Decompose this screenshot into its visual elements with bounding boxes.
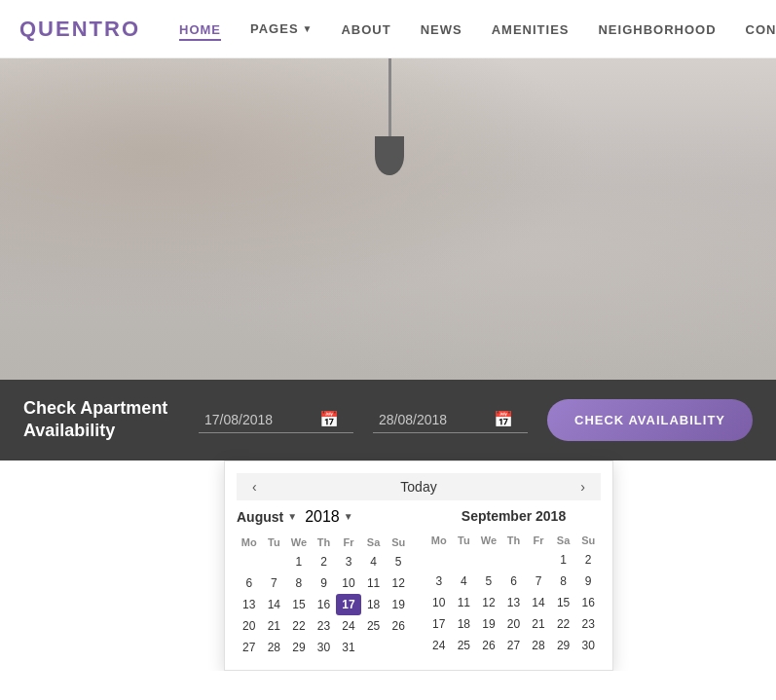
nav-item-home[interactable]: HOME bbox=[179, 20, 221, 38]
calendar-day-cell bbox=[426, 549, 452, 571]
calendar-day-cell[interactable]: 22 bbox=[551, 613, 576, 635]
start-date-field[interactable]: 17/08/2018 📅 bbox=[199, 406, 353, 433]
nav-item-neighborhood[interactable]: NEIGHBORHOOD bbox=[598, 20, 716, 38]
calendar-day-cell[interactable]: 8 bbox=[286, 572, 312, 594]
calendar-day-cell[interactable]: 29 bbox=[551, 635, 576, 656]
calendar-day-cell[interactable]: 3 bbox=[336, 551, 361, 572]
calendar-next-button[interactable]: › bbox=[573, 477, 593, 497]
calendar-day-cell[interactable]: 30 bbox=[312, 637, 337, 658]
calendar-day-cell[interactable]: 2 bbox=[575, 549, 601, 571]
calendar-day-cell[interactable]: 7 bbox=[526, 571, 551, 592]
calendar-day-cell[interactable]: 17 bbox=[426, 613, 452, 635]
calendar-day-cell[interactable]: 14 bbox=[526, 592, 551, 613]
calendar-today-label[interactable]: Today bbox=[400, 479, 436, 495]
calendar-day-cell[interactable]: 4 bbox=[361, 551, 387, 572]
calendar-day-cell[interactable]: 24 bbox=[336, 615, 361, 637]
august-calendar-body: 1234567891011121314151617181920212223242… bbox=[237, 551, 411, 658]
calendar-day-cell[interactable]: 7 bbox=[262, 572, 287, 594]
check-availability-button[interactable]: CHECK AVAILABILITY bbox=[547, 399, 753, 441]
calendar-day-cell[interactable]: 20 bbox=[237, 615, 262, 637]
calendar-day-cell[interactable]: 1 bbox=[286, 551, 312, 572]
calendar-day-cell[interactable]: 21 bbox=[526, 613, 551, 635]
calendar-day-cell[interactable]: 15 bbox=[286, 594, 312, 615]
calendar-day-cell[interactable]: 16 bbox=[575, 592, 601, 613]
calendar-day-cell[interactable]: 1 bbox=[551, 549, 576, 571]
calendar-day-cell[interactable]: 23 bbox=[312, 615, 337, 637]
calendar-day-cell[interactable]: 27 bbox=[501, 635, 527, 656]
end-date-input[interactable]: 28/08/2018 bbox=[379, 412, 486, 427]
calendar-day-cell[interactable]: 24 bbox=[426, 635, 452, 656]
september-month-year-label: September 2018 bbox=[462, 508, 566, 524]
calendar-day-cell[interactable]: 14 bbox=[262, 594, 287, 615]
september-calendar-grid: Mo Tu We Th Fr Sa Su 1234567891011121314… bbox=[426, 532, 601, 656]
availability-bar: Check ApartmentAvailability 17/08/2018 📅… bbox=[0, 380, 776, 461]
calendar-day-cell[interactable]: 9 bbox=[575, 571, 601, 592]
august-calendar-header: August ▼ 2018 ▼ bbox=[237, 508, 411, 526]
calendar-week-row: 20212223242526 bbox=[237, 615, 411, 637]
calendar-day-cell[interactable]: 13 bbox=[501, 592, 527, 613]
calendar-day-cell[interactable]: 6 bbox=[501, 571, 527, 592]
pendant-light-decor bbox=[388, 58, 391, 175]
calendar-day-cell[interactable]: 19 bbox=[386, 594, 411, 615]
end-date-calendar-icon[interactable]: 📅 bbox=[494, 410, 513, 428]
calendar-day-cell[interactable]: 10 bbox=[426, 592, 452, 613]
calendar-day-cell[interactable]: 26 bbox=[476, 635, 501, 656]
calendar-week-row: 12 bbox=[426, 549, 601, 571]
calendar-day-cell[interactable]: 10 bbox=[336, 572, 361, 594]
august-year-dropdown-icon[interactable]: ▼ bbox=[344, 511, 353, 522]
calendar-day-cell[interactable]: 25 bbox=[452, 635, 477, 656]
nav-item-about[interactable]: ABOUT bbox=[341, 20, 390, 38]
calendar-day-cell[interactable]: 23 bbox=[575, 613, 601, 635]
calendar-day-cell[interactable]: 8 bbox=[551, 571, 576, 592]
aug-col-fr: Fr bbox=[336, 534, 361, 551]
calendar-day-cell[interactable]: 21 bbox=[262, 615, 287, 637]
calendar-day-cell[interactable]: 4 bbox=[452, 571, 477, 592]
calendar-day-cell[interactable]: 18 bbox=[452, 613, 477, 635]
calendar-day-cell[interactable]: 16 bbox=[312, 594, 337, 615]
calendar-day-cell bbox=[501, 549, 527, 571]
calendar-day-cell[interactable]: 12 bbox=[476, 592, 501, 613]
calendar-day-cell[interactable]: 5 bbox=[476, 571, 501, 592]
calendar-day-cell[interactable]: 11 bbox=[452, 592, 477, 613]
navbar: QUENTRO HOME PAGES ▼ ABOUT NEWS AMENITIE… bbox=[0, 0, 776, 58]
calendar-day-cell[interactable]: 11 bbox=[361, 572, 387, 594]
calendar-day-cell[interactable]: 28 bbox=[262, 637, 287, 658]
calendar-prev-button[interactable]: ‹ bbox=[244, 477, 265, 497]
calendar-day-cell[interactable]: 15 bbox=[551, 592, 576, 613]
calendar-day-cell[interactable]: 30 bbox=[575, 635, 601, 656]
pages-dropdown-icon: ▼ bbox=[303, 23, 313, 34]
calendar-day-cell[interactable]: 3 bbox=[426, 571, 452, 592]
calendar-day-cell bbox=[526, 549, 551, 571]
august-days-header-row: Mo Tu We Th Fr Sa Su bbox=[237, 534, 411, 551]
calendar-day-cell[interactable]: 25 bbox=[361, 615, 387, 637]
calendar-day-cell[interactable]: 27 bbox=[237, 637, 262, 658]
calendar-day-cell[interactable]: 2 bbox=[312, 551, 337, 572]
start-date-input[interactable]: 17/08/2018 bbox=[204, 412, 312, 427]
brand-logo[interactable]: QUENTRO bbox=[19, 17, 140, 42]
calendar-day-cell[interactable]: 6 bbox=[237, 572, 262, 594]
calendar-day-cell[interactable]: 29 bbox=[286, 637, 312, 658]
calendar-day-cell[interactable]: 31 bbox=[336, 637, 361, 658]
nav-item-contact[interactable]: CONTACT bbox=[746, 20, 776, 38]
aug-col-tu: Tu bbox=[262, 534, 287, 551]
nav-item-amenities[interactable]: AMENITIES bbox=[492, 20, 570, 38]
calendar-day-cell[interactable]: 18 bbox=[361, 594, 387, 615]
calendar-day-cell[interactable]: 28 bbox=[526, 635, 551, 656]
calendar-day-cell[interactable]: 5 bbox=[386, 551, 411, 572]
nav-item-news[interactable]: NEWS bbox=[421, 20, 462, 38]
calendar-day-cell[interactable]: 12 bbox=[386, 572, 411, 594]
calendar-day-cell[interactable]: 9 bbox=[312, 572, 337, 594]
august-dropdown-icon[interactable]: ▼ bbox=[287, 511, 297, 522]
calendar-day-cell[interactable]: 20 bbox=[501, 613, 527, 635]
calendar-day-cell[interactable]: 13 bbox=[237, 594, 262, 615]
start-date-calendar-icon[interactable]: 📅 bbox=[319, 410, 339, 428]
august-calendar: August ▼ 2018 ▼ Mo Tu We Th Fr Sa Su bbox=[237, 508, 411, 658]
calendar-day-cell[interactable]: 19 bbox=[476, 613, 501, 635]
calendar-day-cell[interactable]: 26 bbox=[386, 615, 411, 637]
calendar-week-row: 10111213141516 bbox=[426, 592, 601, 613]
end-date-field[interactable]: 28/08/2018 📅 bbox=[373, 406, 528, 433]
nav-item-pages[interactable]: PAGES ▼ bbox=[250, 21, 312, 36]
calendar-day-cell[interactable]: 22 bbox=[286, 615, 312, 637]
calendar-day-cell[interactable]: 17 bbox=[336, 594, 361, 615]
august-calendar-grid: Mo Tu We Th Fr Sa Su 1234567891011121314… bbox=[237, 534, 411, 658]
